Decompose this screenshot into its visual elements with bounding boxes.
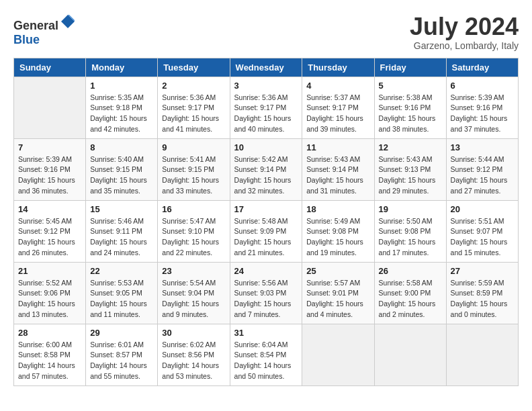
week-row-5: 28Sunrise: 6:00 AM Sunset: 8:58 PM Dayli… <box>14 324 519 385</box>
calendar-cell <box>446 324 518 385</box>
svg-marker-0 <box>61 15 75 28</box>
day-number: 25 <box>306 266 369 276</box>
calendar-body: 1Sunrise: 5:35 AM Sunset: 9:18 PM Daylig… <box>14 77 519 385</box>
day-number: 16 <box>162 204 225 214</box>
calendar-cell: 2Sunrise: 5:36 AM Sunset: 9:17 PM Daylig… <box>158 77 230 138</box>
column-header-friday: Friday <box>374 58 446 77</box>
day-info: Sunrise: 5:45 AM Sunset: 9:12 PM Dayligh… <box>18 216 81 259</box>
day-info: Sunrise: 5:51 AM Sunset: 9:07 PM Dayligh… <box>451 216 514 259</box>
logo-blue: Blue <box>13 33 40 46</box>
calendar-cell: 31Sunrise: 6:04 AM Sunset: 8:54 PM Dayli… <box>230 324 302 385</box>
day-number: 6 <box>451 81 514 91</box>
title-section: July 2024 Garzeno, Lombardy, Italy <box>410 13 519 51</box>
day-info: Sunrise: 5:39 AM Sunset: 9:16 PM Dayligh… <box>451 93 514 135</box>
logo-general: General <box>13 19 58 32</box>
location: Garzeno, Lombardy, Italy <box>410 40 519 51</box>
day-info: Sunrise: 6:00 AM Sunset: 8:58 PM Dayligh… <box>18 340 81 382</box>
week-row-2: 7Sunrise: 5:39 AM Sunset: 9:16 PM Daylig… <box>14 138 519 200</box>
logo: General Blue <box>13 13 76 47</box>
calendar-cell: 5Sunrise: 5:38 AM Sunset: 9:16 PM Daylig… <box>374 77 446 138</box>
calendar-cell: 22Sunrise: 5:53 AM Sunset: 9:05 PM Dayli… <box>86 262 158 324</box>
day-number: 10 <box>234 142 298 152</box>
day-number: 24 <box>234 266 298 276</box>
day-info: Sunrise: 5:53 AM Sunset: 9:05 PM Dayligh… <box>90 278 153 320</box>
day-number: 12 <box>379 142 442 152</box>
column-header-thursday: Thursday <box>302 58 374 77</box>
day-number: 7 <box>18 142 81 152</box>
calendar-cell: 27Sunrise: 5:59 AM Sunset: 8:59 PM Dayli… <box>446 262 518 324</box>
day-number: 20 <box>451 204 514 214</box>
day-info: Sunrise: 5:59 AM Sunset: 8:59 PM Dayligh… <box>451 278 514 320</box>
month-title: July 2024 <box>410 13 519 40</box>
column-header-wednesday: Wednesday <box>230 58 302 77</box>
day-info: Sunrise: 5:42 AM Sunset: 9:14 PM Dayligh… <box>234 154 298 197</box>
column-header-sunday: Sunday <box>14 58 86 77</box>
calendar-cell: 24Sunrise: 5:56 AM Sunset: 9:03 PM Dayli… <box>230 262 302 324</box>
calendar-cell: 13Sunrise: 5:44 AM Sunset: 9:12 PM Dayli… <box>446 138 518 200</box>
day-number: 9 <box>162 142 225 152</box>
day-info: Sunrise: 5:43 AM Sunset: 9:14 PM Dayligh… <box>306 154 369 197</box>
calendar-cell: 25Sunrise: 5:57 AM Sunset: 9:01 PM Dayli… <box>302 262 374 324</box>
day-info: Sunrise: 5:57 AM Sunset: 9:01 PM Dayligh… <box>306 278 369 320</box>
calendar-table: SundayMondayTuesdayWednesdayThursdayFrid… <box>13 58 519 386</box>
calendar-cell: 1Sunrise: 5:35 AM Sunset: 9:18 PM Daylig… <box>86 77 158 138</box>
day-info: Sunrise: 6:01 AM Sunset: 8:57 PM Dayligh… <box>90 340 153 382</box>
day-info: Sunrise: 5:38 AM Sunset: 9:16 PM Dayligh… <box>379 93 442 135</box>
day-number: 5 <box>379 81 442 91</box>
calendar-cell: 8Sunrise: 5:40 AM Sunset: 9:15 PM Daylig… <box>86 138 158 200</box>
day-number: 1 <box>90 81 153 91</box>
calendar-cell <box>302 324 374 385</box>
day-number: 27 <box>451 266 514 276</box>
calendar-cell: 11Sunrise: 5:43 AM Sunset: 9:14 PM Dayli… <box>302 138 374 200</box>
day-info: Sunrise: 5:58 AM Sunset: 9:00 PM Dayligh… <box>379 278 442 320</box>
calendar-cell: 15Sunrise: 5:46 AM Sunset: 9:11 PM Dayli… <box>86 200 158 262</box>
day-info: Sunrise: 6:02 AM Sunset: 8:56 PM Dayligh… <box>162 340 225 382</box>
day-number: 14 <box>18 204 81 214</box>
day-number: 26 <box>379 266 442 276</box>
calendar-cell: 4Sunrise: 5:37 AM Sunset: 9:17 PM Daylig… <box>302 77 374 138</box>
day-info: Sunrise: 5:48 AM Sunset: 9:09 PM Dayligh… <box>234 216 298 259</box>
day-info: Sunrise: 6:04 AM Sunset: 8:54 PM Dayligh… <box>234 340 298 382</box>
day-info: Sunrise: 5:36 AM Sunset: 9:17 PM Dayligh… <box>162 93 225 135</box>
day-number: 29 <box>90 328 153 338</box>
day-info: Sunrise: 5:37 AM Sunset: 9:17 PM Dayligh… <box>306 93 369 135</box>
calendar-cell: 16Sunrise: 5:47 AM Sunset: 9:10 PM Dayli… <box>158 200 230 262</box>
calendar-cell: 9Sunrise: 5:41 AM Sunset: 9:15 PM Daylig… <box>158 138 230 200</box>
day-number: 23 <box>162 266 225 276</box>
day-number: 4 <box>306 81 369 91</box>
day-info: Sunrise: 5:46 AM Sunset: 9:11 PM Dayligh… <box>90 216 153 259</box>
day-number: 11 <box>306 142 369 152</box>
calendar-cell: 21Sunrise: 5:52 AM Sunset: 9:06 PM Dayli… <box>14 262 86 324</box>
calendar-cell <box>374 324 446 385</box>
day-info: Sunrise: 5:54 AM Sunset: 9:04 PM Dayligh… <box>162 278 225 320</box>
calendar-cell: 29Sunrise: 6:01 AM Sunset: 8:57 PM Dayli… <box>86 324 158 385</box>
calendar-cell: 6Sunrise: 5:39 AM Sunset: 9:16 PM Daylig… <box>446 77 518 138</box>
calendar-cell: 30Sunrise: 6:02 AM Sunset: 8:56 PM Dayli… <box>158 324 230 385</box>
day-number: 18 <box>306 204 369 214</box>
day-number: 30 <box>162 328 225 338</box>
day-info: Sunrise: 5:47 AM Sunset: 9:10 PM Dayligh… <box>162 216 225 259</box>
calendar-cell: 26Sunrise: 5:58 AM Sunset: 9:00 PM Dayli… <box>374 262 446 324</box>
calendar-cell: 28Sunrise: 6:00 AM Sunset: 8:58 PM Dayli… <box>14 324 86 385</box>
column-header-monday: Monday <box>86 58 158 77</box>
calendar-cell: 3Sunrise: 5:36 AM Sunset: 9:17 PM Daylig… <box>230 77 302 138</box>
column-header-tuesday: Tuesday <box>158 58 230 77</box>
day-number: 19 <box>379 204 442 214</box>
week-row-3: 14Sunrise: 5:45 AM Sunset: 9:12 PM Dayli… <box>14 200 519 262</box>
day-info: Sunrise: 5:43 AM Sunset: 9:13 PM Dayligh… <box>379 154 442 197</box>
day-number: 15 <box>90 204 153 214</box>
day-number: 31 <box>234 328 298 338</box>
calendar-cell: 7Sunrise: 5:39 AM Sunset: 9:16 PM Daylig… <box>14 138 86 200</box>
calendar-cell: 18Sunrise: 5:49 AM Sunset: 9:08 PM Dayli… <box>302 200 374 262</box>
day-info: Sunrise: 5:36 AM Sunset: 9:17 PM Dayligh… <box>234 93 298 135</box>
day-number: 21 <box>18 266 81 276</box>
calendar-cell <box>14 77 86 138</box>
day-number: 2 <box>162 81 225 91</box>
calendar-cell: 20Sunrise: 5:51 AM Sunset: 9:07 PM Dayli… <box>446 200 518 262</box>
day-number: 17 <box>234 204 298 214</box>
day-info: Sunrise: 5:52 AM Sunset: 9:06 PM Dayligh… <box>18 278 81 320</box>
logo-text: General Blue <box>13 13 76 47</box>
day-info: Sunrise: 5:35 AM Sunset: 9:18 PM Dayligh… <box>90 93 153 135</box>
day-info: Sunrise: 5:50 AM Sunset: 9:08 PM Dayligh… <box>379 216 442 259</box>
calendar-cell: 12Sunrise: 5:43 AM Sunset: 9:13 PM Dayli… <box>374 138 446 200</box>
